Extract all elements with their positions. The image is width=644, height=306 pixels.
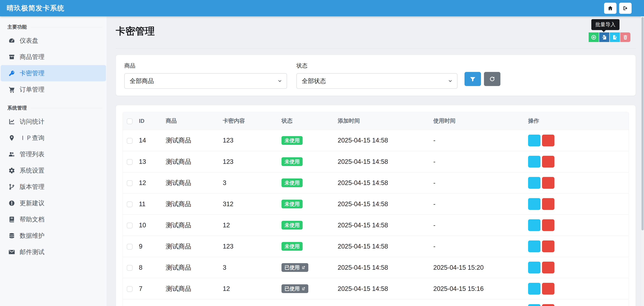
sidebar: 主要功能仪表盘商品管理卡密管理订单管理系统管理访问统计ＩＰ查询管理列表系统设置版… bbox=[0, 16, 107, 306]
sidebar-item-label: ＩＰ查询 bbox=[20, 134, 44, 142]
layout: 主要功能仪表盘商品管理卡密管理订单管理系统管理访问统计ＩＰ查询管理列表系统设置版… bbox=[0, 16, 644, 306]
sidebar-item-orders[interactable]: 订单管理 bbox=[1, 81, 106, 98]
file-export-icon bbox=[612, 35, 618, 40]
view-button[interactable] bbox=[528, 156, 540, 168]
sidebar-item-admin-list[interactable]: 管理列表 bbox=[1, 146, 106, 162]
cell-added-time: 2025-04-15 14:58 bbox=[333, 193, 428, 215]
cell-added-time bbox=[333, 299, 428, 306]
page-header: 卡密管理 批量导入 bbox=[116, 16, 636, 48]
database-icon bbox=[8, 232, 15, 239]
view-button[interactable] bbox=[528, 304, 540, 306]
page-title: 卡密管理 bbox=[116, 25, 636, 38]
product-select[interactable]: 全部商品 bbox=[124, 73, 287, 89]
view-button[interactable] bbox=[528, 198, 540, 210]
row-checkbox[interactable] bbox=[127, 180, 132, 186]
row-checkbox[interactable] bbox=[127, 159, 132, 165]
batch-import-button[interactable] bbox=[599, 33, 609, 42]
row-checkbox[interactable] bbox=[127, 202, 132, 207]
box-icon bbox=[8, 54, 15, 60]
status-badge[interactable]: 已使用 bbox=[282, 263, 308, 272]
row-checkbox[interactable] bbox=[127, 138, 132, 144]
cell-product: 测试商品 bbox=[161, 215, 218, 236]
cell-id bbox=[134, 299, 161, 306]
delete-button[interactable] bbox=[542, 304, 554, 306]
delete-button[interactable] bbox=[542, 219, 554, 231]
logout-button[interactable] bbox=[619, 3, 632, 14]
topbar: 晴玖极简发卡系统 bbox=[0, 0, 644, 16]
cell-product bbox=[161, 299, 218, 306]
sidebar-item-cardkeys[interactable]: 卡密管理 bbox=[1, 65, 106, 81]
sidebar-item-products[interactable]: 商品管理 bbox=[1, 49, 106, 65]
delete-button[interactable] bbox=[542, 262, 554, 273]
cell-added-time: 2025-04-15 14:58 bbox=[333, 130, 428, 151]
vertical-scrollbar[interactable] bbox=[641, 16, 644, 306]
cell-used-time: - bbox=[428, 130, 523, 151]
delete-button[interactable] bbox=[542, 198, 554, 210]
sidebar-item-ip-query[interactable]: ＩＰ查询 bbox=[1, 130, 106, 146]
row-checkbox[interactable] bbox=[127, 265, 132, 271]
view-button[interactable] bbox=[528, 219, 540, 231]
filter-button[interactable] bbox=[464, 72, 481, 86]
home-button[interactable] bbox=[604, 3, 616, 14]
view-button[interactable] bbox=[528, 283, 540, 294]
delete-button[interactable] bbox=[542, 283, 554, 294]
scrollbar-thumb[interactable] bbox=[642, 17, 644, 230]
table-row: 13 测试商品 123 未使用 2025-04-15 14:58 - bbox=[123, 151, 629, 172]
select-all-checkbox[interactable] bbox=[127, 118, 132, 124]
table-row: 12 测试商品 3 未使用 2025-04-15 14:58 - bbox=[123, 172, 629, 193]
sidebar-item-label: 管理列表 bbox=[20, 150, 44, 159]
row-checkbox[interactable] bbox=[127, 286, 132, 292]
status-badge: 未使用 bbox=[282, 200, 302, 208]
cell-used-time bbox=[428, 299, 523, 306]
sidebar-item-label: 订单管理 bbox=[20, 85, 44, 94]
sidebar-item-visit-stats[interactable]: 访问统计 bbox=[1, 113, 106, 130]
sidebar-item-data-maint[interactable]: 数据维护 bbox=[1, 228, 106, 244]
column-header: 状态 bbox=[276, 112, 333, 130]
refresh-button[interactable] bbox=[484, 72, 500, 86]
cell-id: 8 bbox=[134, 257, 161, 278]
sidebar-item-update-advice[interactable]: 更新建议 bbox=[1, 195, 106, 211]
view-button[interactable] bbox=[528, 262, 540, 273]
filter-icon bbox=[470, 76, 476, 82]
add-card-button[interactable] bbox=[589, 33, 599, 42]
sidebar-item-help-docs[interactable]: 帮助文档 bbox=[1, 211, 106, 228]
view-button[interactable] bbox=[528, 240, 540, 252]
eye-icon bbox=[531, 201, 537, 207]
status-badge[interactable]: 已使用 bbox=[282, 284, 308, 293]
delete-button[interactable] bbox=[542, 135, 554, 146]
row-checkbox[interactable] bbox=[127, 223, 132, 228]
sidebar-item-settings[interactable]: 系统设置 bbox=[1, 162, 106, 179]
sidebar-item-dashboard[interactable]: 仪表盘 bbox=[1, 33, 106, 49]
delete-button[interactable] bbox=[542, 156, 554, 168]
table-row bbox=[123, 299, 629, 306]
batch-export-button[interactable] bbox=[610, 33, 620, 42]
table-row: 8 测试商品 3 已使用 2025-04-15 14:58 2025-04-15… bbox=[123, 257, 629, 278]
trash-icon bbox=[545, 159, 551, 165]
refresh-icon bbox=[489, 76, 495, 82]
sidebar-item-label: 数据维护 bbox=[20, 232, 44, 240]
product-select-value: 全部商品 bbox=[130, 77, 154, 85]
cell-used-time: - bbox=[428, 151, 523, 172]
column-header: 操作 bbox=[523, 112, 629, 130]
sidebar-item-mail-test[interactable]: 邮件测试 bbox=[1, 244, 106, 260]
sidebar-section-header: 系统管理 bbox=[0, 103, 107, 113]
row-actions bbox=[528, 219, 629, 231]
product-filter-label: 商品 bbox=[124, 62, 287, 70]
status-select[interactable]: 全部状态 bbox=[296, 73, 458, 89]
eye-icon bbox=[531, 159, 537, 165]
sidebar-item-label: 更新建议 bbox=[20, 199, 44, 207]
trash-icon bbox=[545, 137, 551, 143]
view-button[interactable] bbox=[528, 135, 540, 146]
sidebar-item-versions[interactable]: 版本管理 bbox=[1, 179, 106, 195]
row-checkbox[interactable] bbox=[127, 244, 132, 250]
users-icon bbox=[8, 151, 15, 158]
filter-panel: 商品 全部商品 状态 全部状态 bbox=[116, 55, 636, 96]
alert-icon bbox=[8, 200, 15, 207]
batch-delete-button[interactable] bbox=[620, 33, 630, 42]
delete-button[interactable] bbox=[542, 240, 554, 252]
sidebar-item-label: 商品管理 bbox=[20, 53, 44, 61]
table-row: 9 测试商品 123 未使用 2025-04-15 14:58 - bbox=[123, 236, 629, 257]
view-button[interactable] bbox=[528, 177, 540, 189]
delete-button[interactable] bbox=[542, 177, 554, 189]
eye-icon bbox=[531, 286, 537, 292]
